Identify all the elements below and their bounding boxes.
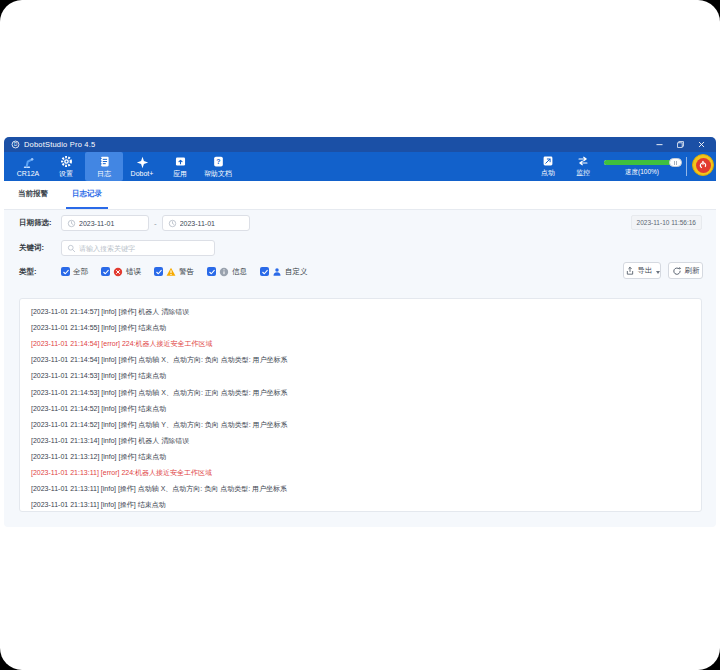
type-filter-label: 信息 — [232, 267, 247, 277]
clock-icon — [67, 219, 76, 228]
log-line: [2023-11-01 21:14:54] [error] 224:机器人接近安… — [31, 336, 693, 352]
puzzle-icon — [136, 156, 149, 169]
robot-arm-icon — [22, 156, 35, 169]
type-checkbox[interactable] — [207, 267, 216, 276]
type-checkbox[interactable] — [154, 267, 163, 276]
window-title: DobotStudio Pro 4.5 — [24, 140, 95, 149]
dobotstudio-window: D DobotStudio Pro 4.5 CR12A设置日志Dobot+应用?… — [4, 137, 716, 527]
tab-current-alarm[interactable]: 当前报警 — [12, 181, 54, 209]
refresh-button[interactable]: 刷新 — [668, 262, 703, 279]
nav-item-cr12a[interactable]: CR12A — [9, 152, 47, 181]
type-filter-警告[interactable]: 警告 — [154, 267, 194, 277]
type-checkbox[interactable] — [260, 267, 269, 276]
main-nav: CR12A设置日志Dobot+应用?帮助文档 点动 监控 速度(100%) — [4, 152, 716, 181]
nav-divider — [686, 157, 687, 176]
user-icon — [272, 267, 282, 277]
nav-item-label: CR12A — [17, 170, 40, 177]
nav-item-日志[interactable]: 日志 — [85, 152, 123, 181]
nav-item-label: Dobot+ — [131, 170, 154, 177]
log-line: [2023-11-01 21:14:53] [info] [操作] 点动轴 X、… — [31, 384, 693, 400]
log-line: [2023-11-01 21:13:12] [info] [操作] 结束点动 — [31, 449, 693, 465]
type-filter-label: 全部 — [73, 267, 88, 277]
minimize-icon[interactable] — [655, 140, 664, 149]
export-label: 导出 — [638, 266, 653, 276]
date-to-value[interactable] — [180, 220, 244, 227]
emergency-stop-button[interactable] — [692, 154, 714, 176]
type-checkbox[interactable] — [61, 267, 70, 276]
speed-label: 速度(100%) — [602, 168, 682, 177]
check-icon — [208, 268, 216, 276]
nav-item-label: 应用 — [173, 169, 187, 179]
keyword-label: 关键词: — [19, 243, 61, 253]
type-filter-label: 错误 — [126, 267, 141, 277]
check-icon — [62, 268, 70, 276]
check-icon — [261, 268, 269, 276]
nav-item-设置[interactable]: 设置 — [47, 152, 85, 181]
type-filter-全部[interactable]: 全部 — [61, 267, 88, 277]
jog-button[interactable]: 点动 — [533, 155, 563, 178]
keyword-search-input[interactable] — [61, 240, 215, 256]
monitor-label: 监控 — [576, 168, 590, 178]
nav-item-label: 帮助文档 — [204, 169, 232, 179]
speed-slider-handle[interactable] — [669, 158, 682, 167]
export-button[interactable]: 导出 — [623, 262, 661, 279]
monitor-icon — [577, 155, 589, 167]
log-line: [2023-11-01 21:13:11] [info] [操作] 点动轴 X、… — [31, 481, 693, 497]
system-time-badge: 2023-11-10 11:56:16 — [631, 215, 702, 230]
screenshot-card: D DobotStudio Pro 4.5 CR12A设置日志Dobot+应用?… — [0, 0, 720, 670]
nav-item-label: 设置 — [59, 169, 73, 179]
log-line: [2023-11-01 21:14:52] [info] [操作] 点动轴 Y、… — [31, 417, 693, 433]
jog-label: 点动 — [541, 168, 555, 178]
type-filter-自定义[interactable]: 自定义 — [260, 267, 308, 277]
tab-bar: 当前报警 日志记录 — [4, 181, 716, 210]
log-line: [2023-11-01 21:14:57] [info] [操作] 机器人 清除… — [31, 304, 693, 320]
log-line: [2023-11-01 21:13:11] [info] [操作] 结束点动 — [31, 497, 693, 512]
type-label: 类型: — [19, 267, 61, 277]
nav-item-应用[interactable]: 应用 — [161, 152, 199, 181]
type-filter-label: 自定义 — [285, 267, 308, 277]
power-icon — [698, 160, 708, 170]
tab-log-record[interactable]: 日志记录 — [66, 181, 108, 209]
export-icon — [625, 266, 635, 276]
refresh-label: 刷新 — [685, 266, 700, 276]
nav-item-帮助文档[interactable]: ?帮助文档 — [199, 152, 237, 181]
log-line: [2023-11-01 21:14:53] [info] [操作] 结束点动 — [31, 368, 693, 384]
date-from-value[interactable] — [79, 220, 143, 227]
type-filter-row: 类型: 全部错误警告信息自定义 — [19, 263, 308, 280]
date-filter-label: 日期筛选: — [19, 218, 61, 228]
title-bar: D DobotStudio Pro 4.5 — [4, 137, 716, 152]
type-filter-错误[interactable]: 错误 — [101, 267, 141, 277]
log-line: [2023-11-01 21:13:11] [error] 224:机器人接近安… — [31, 465, 693, 481]
svg-text:D: D — [14, 142, 18, 147]
check-icon — [102, 268, 110, 276]
gear-icon — [60, 155, 73, 168]
refresh-icon — [672, 266, 682, 276]
error-icon — [113, 267, 123, 277]
log-record-page: 日期筛选: - 2023-11-10 11:56:16 关键词: — [4, 210, 716, 527]
date-from-input[interactable] — [61, 215, 149, 231]
restore-icon[interactable] — [676, 140, 685, 149]
monitor-button[interactable]: 监控 — [568, 155, 598, 178]
emergency-stop-inner — [696, 158, 711, 173]
speed-control: 速度(100%) — [602, 158, 682, 177]
speed-slider[interactable] — [604, 160, 680, 165]
type-filter-信息[interactable]: 信息 — [207, 267, 247, 277]
log-line: [2023-11-01 21:14:55] [info] [操作] 结束点动 — [31, 320, 693, 336]
close-icon[interactable] — [697, 140, 706, 149]
type-checkbox[interactable] — [101, 267, 110, 276]
log-book-icon — [98, 155, 111, 168]
keyword-filter-row: 关键词: — [19, 240, 215, 256]
type-checkbox-group: 全部错误警告信息自定义 — [61, 267, 308, 277]
nav-item-label: 日志 — [97, 169, 111, 179]
date-to-input[interactable] — [162, 215, 250, 231]
search-icon — [67, 244, 76, 253]
jog-icon — [542, 155, 554, 167]
warning-icon — [166, 267, 176, 277]
log-line: [2023-11-01 21:14:54] [info] [操作] 点动轴 X、… — [31, 352, 693, 368]
keyword-value[interactable] — [79, 245, 209, 252]
log-line: [2023-11-01 21:13:14] [info] [操作] 机器人 清除… — [31, 433, 693, 449]
window-controls — [655, 140, 709, 149]
clock-icon — [168, 219, 177, 228]
nav-item-dobot+[interactable]: Dobot+ — [123, 152, 161, 181]
dobot-logo-icon: D — [11, 140, 20, 149]
